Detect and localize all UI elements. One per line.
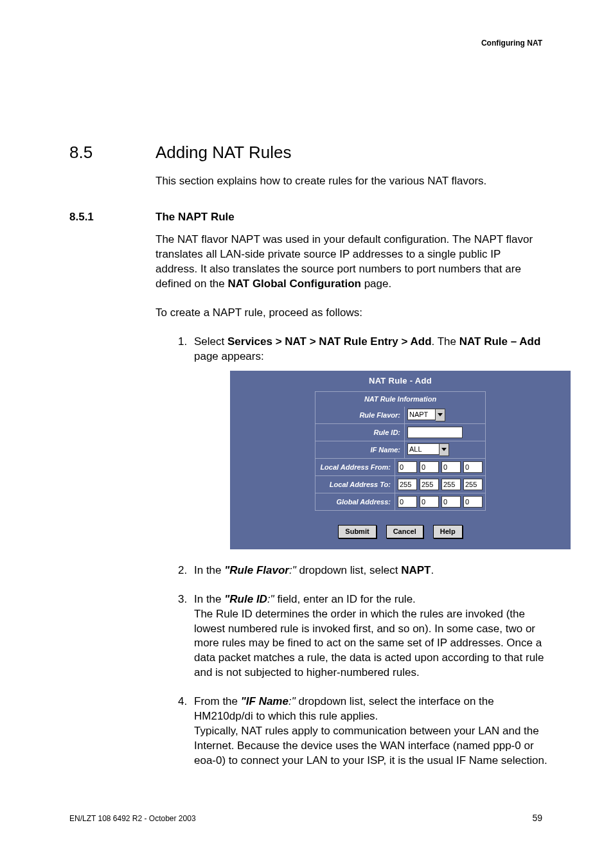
step-1: Select Services > NAT > NAT Rule Entry >…	[190, 335, 550, 549]
subsection-number: 8.5.1	[69, 211, 155, 224]
ga-octet-2[interactable]	[420, 496, 439, 508]
help-button[interactable]: Help	[433, 525, 463, 538]
body-paragraph-2: To create a NAPT rule, proceed as follow…	[155, 306, 541, 321]
cancel-button[interactable]: Cancel	[386, 525, 423, 538]
row-if-name: IF Name: ALL	[315, 441, 486, 459]
screenshot-title: NAT Rule - Add	[231, 371, 570, 392]
row-rule-id: Rule ID:	[315, 424, 486, 441]
lat-octet-2[interactable]	[420, 479, 439, 490]
text-bold: NAT Global Configuration	[227, 278, 360, 290]
text-italic: "Rule ID:"	[224, 593, 274, 605]
label-rule-flavor: Rule Flavor:	[315, 407, 405, 423]
step-2: In the "Rule Flavor:" dropdown list, sel…	[190, 563, 550, 578]
laf-octet-1[interactable]	[398, 461, 417, 473]
laf-octet-3[interactable]	[441, 461, 461, 473]
rule-flavor-value: NAPT	[407, 409, 436, 420]
intro-paragraph: This section explains how to create rule…	[155, 174, 541, 189]
chevron-down-icon[interactable]	[436, 409, 445, 421]
if-name-select[interactable]: ALL	[407, 443, 449, 456]
text: From the	[194, 695, 241, 707]
step-4: From the "IF Name:" dropdown list, selec…	[190, 695, 550, 768]
text: The Rule ID determines the order in whic…	[194, 608, 544, 679]
body-paragraph-1: The NAT flavor NAPT was used in your def…	[155, 233, 541, 292]
section-number: 8.5	[69, 143, 155, 163]
text: page appears:	[194, 350, 264, 362]
label-local-address-from: Local Address From:	[315, 459, 395, 475]
footer-page-number: 59	[532, 813, 542, 823]
header-breadcrumb: Configuring NAT	[481, 39, 542, 48]
section-title: Adding NAT Rules	[155, 143, 291, 163]
submit-button[interactable]: Submit	[338, 525, 376, 538]
text-bold: NAPT	[401, 564, 431, 576]
lat-octet-4[interactable]	[463, 479, 483, 490]
text: In the	[194, 564, 224, 576]
if-name-value: ALL	[407, 443, 440, 455]
rule-id-input[interactable]	[407, 427, 463, 438]
text: page.	[361, 278, 391, 290]
label-local-address-to: Local Address To:	[315, 476, 395, 493]
subsection-title: The NAPT Rule	[155, 211, 235, 224]
ga-octet-4[interactable]	[463, 496, 483, 508]
row-global-address: Global Address:	[315, 493, 486, 511]
text: .	[431, 564, 434, 576]
text: In the	[194, 593, 224, 605]
label-if-name: IF Name:	[315, 441, 405, 458]
text: dropdown list, select	[296, 564, 401, 576]
text-italic: "Rule Flavor:"	[224, 564, 296, 576]
row-local-address-to: Local Address To:	[315, 476, 486, 493]
text-italic: "IF Name:"	[241, 695, 296, 707]
ga-octet-3[interactable]	[441, 496, 461, 508]
lat-octet-1[interactable]	[398, 479, 417, 490]
text-bold: Services > NAT > NAT Rule Entry > Add	[227, 335, 432, 348]
text-bold: NAT Rule – Add	[459, 335, 541, 348]
text: . The	[432, 335, 459, 348]
screenshot-info-header: NAT Rule Information	[315, 391, 486, 407]
text: Typically, NAT rules apply to communicat…	[194, 725, 547, 766]
label-rule-id: Rule ID:	[315, 424, 405, 441]
footer-doc-id: EN/LZT 108 6492 R2 - October 2003	[69, 814, 196, 823]
text: Select	[194, 335, 227, 348]
step-3: In the "Rule ID:" field, enter an ID for…	[190, 592, 550, 681]
screenshot-panel: NAT Rule - Add NAT Rule Information Rule…	[230, 371, 571, 549]
rule-flavor-select[interactable]: NAPT	[407, 409, 445, 421]
text: field, enter an ID for the rule.	[274, 593, 416, 605]
lat-octet-3[interactable]	[441, 479, 461, 490]
laf-octet-4[interactable]	[463, 461, 483, 473]
row-local-address-from: Local Address From:	[315, 459, 486, 476]
label-global-address: Global Address:	[315, 493, 395, 510]
chevron-down-icon[interactable]	[440, 443, 449, 456]
ga-octet-1[interactable]	[398, 496, 417, 508]
laf-octet-2[interactable]	[420, 461, 439, 473]
row-rule-flavor: Rule Flavor: NAPT	[315, 407, 486, 424]
